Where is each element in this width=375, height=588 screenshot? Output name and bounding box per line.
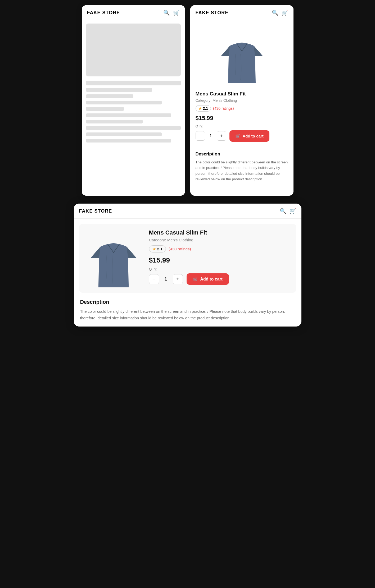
rating-row: ★ 2.1 (430 ratings) — [196, 105, 288, 112]
store-header-product: FAKE STORE 🔍 🛒 — [190, 5, 293, 20]
store-logo-bottom: FAKE STORE — [79, 208, 112, 214]
search-icon-bottom[interactable]: 🔍 — [280, 208, 286, 214]
star-icon: ★ — [198, 106, 202, 111]
product-image-container — [195, 25, 289, 91]
bottom-qty-plus-button[interactable]: + — [173, 274, 183, 284]
cart-icon-right[interactable]: 🛒 — [282, 10, 288, 16]
bottom-product-title: Mens Casual Slim Fit — [149, 229, 291, 236]
bottom-cart-btn-icon: 🛒 — [193, 277, 198, 282]
store-header-skeleton: FAKE STORE 🔍 🛒 — [82, 5, 185, 20]
rating-count: (430 ratings) — [213, 106, 234, 111]
bottom-description: Description The color could be slightly … — [79, 299, 296, 321]
bottom-product-details: Mens Casual Slim Fit Category: Men's Clo… — [149, 229, 291, 285]
store-text: STORE — [101, 10, 120, 15]
bottom-qty-label: QTY: — [149, 267, 291, 271]
bottom-product-category: Category: Men's Clothing — [149, 238, 291, 242]
cart-icon[interactable]: 🛒 — [173, 10, 180, 16]
bottom-product-content: Mens Casual Slim Fit Category: Men's Clo… — [74, 219, 301, 327]
cart-btn-icon: 🛒 — [235, 134, 241, 139]
bottom-rating-value: 2.1 — [157, 247, 163, 251]
search-icon[interactable]: 🔍 — [163, 10, 170, 16]
skeleton-line — [86, 101, 162, 104]
skeleton-line — [86, 126, 181, 130]
qty-label: QTY: — [196, 124, 288, 128]
store-text-bottom: STORE — [93, 208, 112, 214]
phone-frame-skeleton: FAKE STORE 🔍 🛒 — [82, 5, 185, 196]
product-content-right: Mens Casual Slim Fit Category: Men's Clo… — [190, 20, 293, 186]
add-to-cart-label: Add to cart — [243, 134, 264, 138]
skeleton-line — [86, 113, 171, 117]
store-text-right: STORE — [209, 10, 229, 15]
fake-text-bottom: FAKE — [79, 208, 93, 214]
product-title: Mens Casual Slim Fit — [196, 91, 288, 97]
fake-text-right: FAKE — [196, 10, 209, 15]
fake-text: FAKE — [87, 10, 101, 15]
product-category: Category: Men's Clothing — [196, 98, 288, 103]
rating-badge: ★ 2.1 — [196, 105, 211, 112]
skeleton-line — [86, 88, 152, 92]
description-section: Description The color could be slightly … — [196, 147, 288, 182]
product-info: Mens Casual Slim Fit Category: Men's Clo… — [195, 91, 289, 182]
skeleton-line — [86, 120, 143, 123]
cart-icon-bottom[interactable]: 🛒 — [290, 208, 296, 214]
top-row: FAKE STORE 🔍 🛒 FAKE STORE — [69, 5, 307, 196]
store-logo: FAKE STORE — [87, 10, 120, 16]
bottom-qty-minus-button[interactable]: − — [149, 274, 159, 284]
bottom-shirt-svg — [84, 229, 143, 293]
skeleton-line — [86, 107, 124, 111]
shirt-svg — [215, 30, 268, 88]
bottom-product-image — [84, 229, 143, 287]
bottom-rating-row: ★ 2.1 (430 ratings) — [149, 245, 291, 252]
bottom-price: $15.99 — [149, 256, 291, 264]
product-price: $15.99 — [196, 115, 288, 122]
bottom-qty-value: 1 — [163, 277, 169, 282]
product-image — [215, 30, 268, 88]
header-icons: 🔍 🛒 — [163, 10, 180, 16]
search-icon-right[interactable]: 🔍 — [272, 10, 278, 16]
skeleton-content — [82, 20, 185, 148]
skeleton-line — [86, 132, 162, 136]
add-to-cart-button[interactable]: 🛒 Add to cart — [229, 130, 269, 142]
bottom-description-title: Description — [80, 299, 295, 305]
qty-minus-button[interactable]: − — [196, 131, 205, 141]
bottom-qty-row: − 1 + 🛒 Add to cart — [149, 273, 291, 285]
skeleton-line — [86, 94, 133, 98]
bottom-rating-count: (430 ratings) — [169, 247, 191, 251]
skeleton-line — [86, 81, 181, 85]
bottom-rating-badge: ★ 2.1 — [149, 245, 166, 252]
description-title: Description — [196, 151, 288, 157]
phone-frame-product: FAKE STORE 🔍 🛒 — [190, 5, 293, 196]
bottom-product-row: Mens Casual Slim Fit Category: Men's Clo… — [79, 224, 296, 293]
rating-value: 2.1 — [203, 106, 208, 111]
bottom-add-to-cart-label: Add to cart — [200, 277, 223, 282]
bottom-add-to-cart-button[interactable]: 🛒 Add to cart — [187, 273, 229, 285]
bottom-frame: FAKE STORE 🔍 🛒 Mens Casual Slim — [74, 204, 301, 327]
qty-row: − 1 + 🛒 Add to cart — [196, 130, 288, 142]
header-icons-bottom: 🔍 🛒 — [280, 208, 296, 214]
bottom-description-text: The color could be slightly different be… — [80, 308, 295, 321]
header-icons-right: 🔍 🛒 — [272, 10, 288, 16]
skeleton-line — [86, 139, 171, 143]
bottom-star-icon: ★ — [152, 247, 156, 251]
skeleton-image — [86, 24, 181, 76]
qty-plus-button[interactable]: + — [217, 131, 226, 141]
store-logo-product: FAKE STORE — [196, 10, 229, 16]
qty-value: 1 — [208, 134, 214, 138]
description-text: The color could be slightly different be… — [196, 159, 288, 182]
store-header-bottom: FAKE STORE 🔍 🛒 — [74, 204, 301, 219]
